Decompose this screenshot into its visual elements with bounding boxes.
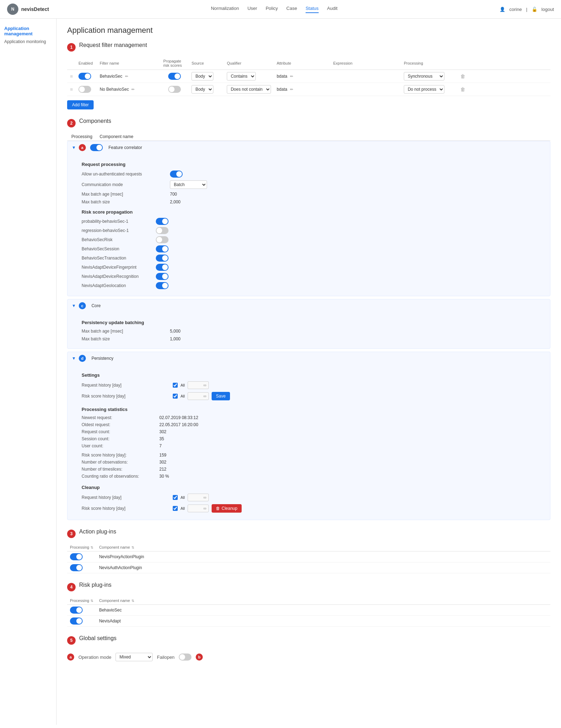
cleanup-req-history-checkbox[interactable] bbox=[173, 495, 178, 500]
component-c-header[interactable]: ▼ c Core bbox=[67, 299, 550, 312]
global-settings-row: a Operation mode Mixed Synchronous Batch… bbox=[67, 650, 550, 664]
risk-score-prop-title: Risk score propagation bbox=[82, 209, 543, 215]
filter-1-qualifier-select[interactable]: Contains bbox=[227, 72, 256, 80]
stat-num-timeslices: Number of timeslices: 212 bbox=[82, 466, 543, 473]
section-4-badge: 4 bbox=[67, 583, 76, 591]
nav-status[interactable]: Status bbox=[306, 6, 319, 13]
max-batch-age-row: Max batch age [msec] 700 bbox=[82, 190, 543, 198]
component-d-name: Persistency bbox=[91, 356, 113, 361]
filter-1-edit-icon[interactable]: ✏ bbox=[125, 74, 128, 78]
failopen-toggle[interactable] bbox=[179, 654, 191, 661]
nav-normalization[interactable]: Normalization bbox=[211, 6, 239, 13]
risk-toggle-6[interactable] bbox=[156, 273, 169, 280]
req-history-checkbox[interactable] bbox=[173, 383, 178, 388]
settings-save-button[interactable]: Save bbox=[212, 392, 230, 400]
communication-mode-select[interactable]: Batch Synchronous bbox=[170, 180, 207, 189]
action-th-processing: Processing ⇅ bbox=[67, 543, 96, 551]
allow-unauth-toggle[interactable] bbox=[170, 171, 183, 178]
action-plugin-2-toggle[interactable] bbox=[70, 564, 83, 571]
component-d: ▼ d Persistency Settings Request history… bbox=[67, 352, 550, 520]
risk-history-checkbox[interactable] bbox=[173, 394, 178, 399]
nav-user[interactable]: User bbox=[247, 6, 257, 13]
filter-1-toggle[interactable] bbox=[78, 73, 91, 80]
filter-1-processing-select[interactable]: Synchronous Do not process Batch bbox=[404, 72, 444, 80]
component-a-header[interactable]: ▼ a Feature correlator bbox=[67, 141, 550, 154]
th-expression: Expression bbox=[330, 57, 401, 70]
risk-plugin-row-2: NevisAdapt bbox=[67, 616, 550, 627]
component-a-name: Feature correlator bbox=[108, 145, 142, 150]
top-nav-links: Normalization User Policy Case Status Au… bbox=[211, 6, 337, 13]
filter-1-source-select[interactable]: Body bbox=[191, 72, 213, 80]
risk-plugin-1-name: BehavioSec bbox=[96, 605, 550, 616]
risk-toggle-2[interactable] bbox=[156, 236, 169, 243]
filter-1-attr-edit-icon[interactable]: ✏ bbox=[290, 74, 293, 78]
action-plugin-1-toggle[interactable] bbox=[70, 553, 83, 560]
cleanup-risk-history-checkbox[interactable] bbox=[173, 506, 178, 511]
th-actions bbox=[457, 57, 550, 70]
cleanup-button[interactable]: 🗑 Cleanup bbox=[212, 504, 242, 513]
app-name: nevisDetect bbox=[21, 6, 49, 12]
risk-th-processing: Processing ⇅ bbox=[67, 597, 96, 605]
action-plugins-table: Processing ⇅ Component name ⇅ bbox=[67, 543, 550, 573]
nav-case[interactable]: Case bbox=[287, 6, 297, 13]
filter-2-toggle[interactable] bbox=[78, 86, 91, 93]
risk-history-input[interactable] bbox=[188, 392, 209, 400]
cleanup-req-history-row: Request history [day] All bbox=[82, 492, 543, 503]
filter-2-expression bbox=[330, 83, 401, 96]
risk-toggle-3[interactable] bbox=[156, 245, 169, 252]
logout-icon: 🔓 bbox=[532, 7, 537, 12]
persistency-settings-title: Settings bbox=[82, 372, 543, 378]
nav-policy[interactable]: Policy bbox=[266, 6, 278, 13]
global-sub-badge-a: a bbox=[67, 654, 74, 661]
processing-stats-title: Processing statistics bbox=[82, 407, 543, 412]
filter-1-attribute: bdata bbox=[277, 74, 287, 79]
component-d-header[interactable]: ▼ d Persistency bbox=[67, 352, 550, 365]
add-filter-button[interactable]: Add filter bbox=[67, 100, 94, 109]
filter-2-edit-icon[interactable]: ✏ bbox=[131, 87, 135, 91]
risk-plugin-2-toggle[interactable] bbox=[70, 617, 83, 625]
req-history-row: Request history [day] All bbox=[82, 380, 543, 390]
section-3-header: 3 Action plug-ins bbox=[67, 529, 550, 539]
risk-row-3: BehavioSecSession bbox=[82, 244, 543, 253]
filter-2-source-select[interactable]: Body bbox=[191, 85, 213, 94]
drag-handle-2[interactable]: ≡ bbox=[70, 86, 73, 92]
operation-mode-select[interactable]: Mixed Synchronous Batch bbox=[116, 653, 153, 661]
filter-row-1: ≡ BehavioSec ✏ bbox=[67, 70, 550, 83]
req-history-input[interactable] bbox=[188, 381, 209, 389]
cleanup-risk-history-input[interactable] bbox=[188, 505, 209, 512]
component-a-toggle[interactable] bbox=[90, 144, 103, 151]
max-batch-size-value: 2,000 bbox=[170, 199, 181, 204]
risk-toggle-1[interactable] bbox=[156, 227, 169, 234]
th-attribute: Attribute bbox=[274, 57, 330, 70]
filter-2-attr-edit-icon[interactable]: ✏ bbox=[290, 87, 293, 91]
risk-plugin-1-toggle[interactable] bbox=[70, 607, 83, 614]
risk-sort-icon: ⇅ bbox=[90, 599, 93, 603]
sidebar: Application management Application monit… bbox=[0, 19, 57, 725]
logout-link[interactable]: logout bbox=[542, 7, 554, 12]
risk-toggle-7[interactable] bbox=[156, 282, 169, 289]
nav-separator: | bbox=[526, 7, 527, 12]
nav-audit[interactable]: Audit bbox=[327, 6, 338, 13]
risk-toggle-0[interactable] bbox=[156, 218, 169, 225]
filter-2-qualifier-select[interactable]: Does not contain bbox=[227, 85, 271, 94]
cleanup-icon: 🗑 bbox=[216, 506, 220, 511]
filter-1-propagate-toggle[interactable] bbox=[168, 73, 181, 80]
filter-2-propagate-toggle[interactable] bbox=[168, 86, 181, 93]
section-4-header: 4 Risk plug-ins bbox=[67, 582, 550, 592]
section-2-title: Components bbox=[79, 118, 111, 124]
filter-2-delete-icon[interactable]: 🗑 bbox=[460, 86, 465, 92]
filter-2-processing-select[interactable]: Do not process Synchronous Batch bbox=[404, 85, 444, 94]
risk-toggle-5[interactable] bbox=[156, 264, 169, 271]
component-a: ▼ a Feature correlator Request processin… bbox=[67, 141, 550, 296]
drag-handle-1[interactable]: ≡ bbox=[70, 73, 73, 79]
section-5-badge: 5 bbox=[67, 636, 76, 645]
sidebar-item-app-management[interactable]: Application management bbox=[4, 24, 52, 38]
cleanup-title: Cleanup bbox=[82, 485, 543, 490]
filter-row-2: ≡ No BehavioSec ✏ bbox=[67, 83, 550, 96]
filter-1-delete-icon[interactable]: 🗑 bbox=[460, 73, 465, 79]
cleanup-req-history-input[interactable] bbox=[188, 494, 209, 501]
risk-toggle-4[interactable] bbox=[156, 255, 169, 262]
core-max-batch-size-row: Max batch size 1,000 bbox=[82, 335, 543, 343]
sidebar-item-app-monitoring[interactable]: Application monitoring bbox=[4, 38, 52, 46]
logo-icon: N bbox=[7, 4, 18, 15]
